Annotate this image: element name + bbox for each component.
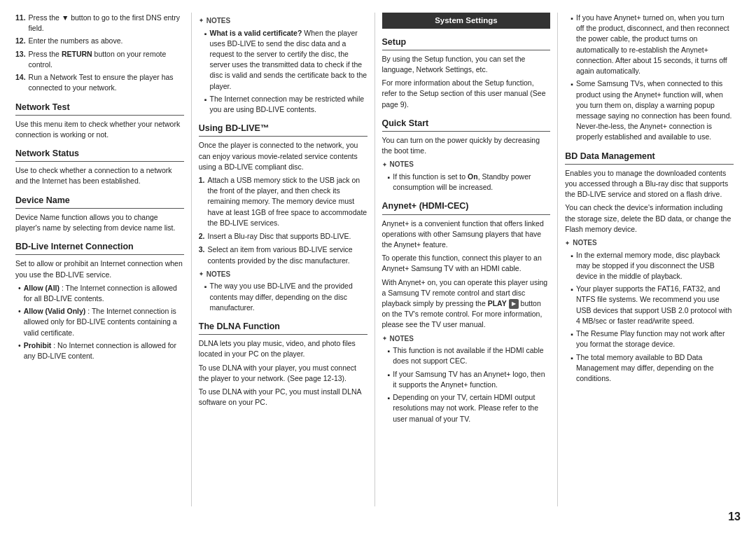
network-status-body: Use to check whether a connection to a n…: [15, 165, 184, 186]
column-2: NOTES What is a valid certificate? When …: [192, 13, 375, 506]
bd-live-bullet-2-text: Allow (Valid Only) : The Internet connec…: [24, 306, 184, 338]
anynet-note2-2: Some Samsung TVs, when connected to this…: [565, 78, 734, 142]
bd-data-note-4: The total memory available to BD Data Ma…: [565, 352, 734, 385]
steps-intro: 11. Press the ▼ button to go to the firs…: [15, 13, 184, 94]
column-3: System Settings Setup By using the Setup…: [375, 13, 559, 506]
using-bdlive-body: Once the player is connected to the netw…: [199, 140, 368, 172]
device-name-title: Device Name: [15, 194, 184, 209]
setup-body1: By using the Setup function, you can set…: [382, 54, 551, 75]
dlna-body1: DLNA lets you play music, video, and pho…: [199, 338, 368, 359]
step-13: 13. Press the RETURN button on your remo…: [15, 49, 184, 70]
step-13-text: Press the RETURN button on your remote c…: [29, 49, 184, 70]
anynet-notes2: If you have Anynet+ turned on, when you …: [565, 13, 734, 143]
quick-start-notes-label: NOTES: [382, 160, 551, 170]
dlna-body2: To use DLNA with your player, you must c…: [199, 363, 368, 384]
bdlive-step-1-text: Attach a USB memory stick to the USB jac…: [208, 175, 368, 228]
play-button-icon: ▶: [509, 299, 519, 309]
cert-notes-what-text: What is a valid certificate? When the pl…: [209, 28, 367, 92]
bd-live-bullet-3: Prohibit : No Internet connection is all…: [15, 340, 184, 361]
anynet-body3: With Anynet+ on, you can operate this pl…: [382, 277, 551, 331]
bdlive-steps: 1. Attach a USB memory stick to the USB …: [199, 175, 368, 266]
using-bdlive-title: Using BD-LIVE™: [199, 122, 368, 137]
setup-title: Setup: [382, 36, 551, 50]
bd-data-notes: NOTES In the external memory mode, disc …: [565, 238, 734, 384]
anynet-notes1: NOTES This function is not available if …: [382, 334, 551, 424]
bd-data-note-3: The Resume Play function may not work af…: [565, 328, 734, 349]
bd-data-note-4-text: The total memory available to BD Data Ma…: [576, 352, 734, 385]
bd-live-title: BD-Live Internet Connection: [15, 240, 184, 255]
anynet-note-2: If your Samsung TV has an Anynet+ logo, …: [382, 369, 551, 390]
anynet-notes1-label: NOTES: [382, 334, 551, 345]
bdlive-step-2-num: 2.: [199, 231, 205, 242]
bd-live-bullet-1: Allow (All) : The Internet connection is…: [15, 283, 184, 304]
bdlive-step-3-text: Select an item from various BD-LIVE serv…: [208, 244, 368, 265]
anynet-note-1: This function is not available if the HD…: [382, 345, 551, 366]
step-12-num: 12.: [15, 36, 26, 46]
cert-notes-restriction: The Internet connection may be restricte…: [199, 94, 368, 115]
anynet-note-3-text: Depending on your TV, certain HDMI outpu…: [393, 392, 550, 424]
network-status-title: Network Status: [15, 147, 184, 162]
anynet-note2-2-text: Some Samsung TVs, when connected to this…: [576, 78, 734, 142]
page-number: 13: [15, 511, 741, 523]
quick-start-notes: NOTES If this function is set to On, Sta…: [382, 160, 551, 193]
bdlive-step-2-text: Insert a Blu-ray Disc that supports BD-L…: [208, 231, 351, 242]
bd-data-title: BD Data Management: [565, 150, 734, 165]
bd-data-note-2: Your player supports the FAT16, FAT32, a…: [565, 284, 734, 326]
bdlive-step-1: 1. Attach a USB memory stick to the USB …: [199, 175, 368, 228]
quick-start-title: Quick Start: [382, 117, 551, 132]
bd-live-bullet-2: Allow (Valid Only) : The Internet connec…: [15, 306, 184, 338]
step-14-num: 14.: [15, 72, 26, 93]
anynet-note-2-text: If your Samsung TV has an Anynet+ logo, …: [393, 369, 550, 390]
columns: 11. Press the ▼ button to go to the firs…: [15, 13, 741, 506]
step-12-text: Enter the numbers as above.: [29, 36, 123, 46]
bd-data-note-1: In the external memory mode, disc playba…: [565, 250, 734, 282]
step-11-text: Press the ▼ button to go to the first DN…: [29, 13, 184, 34]
cert-notes: NOTES What is a valid certificate? When …: [199, 16, 368, 115]
bdlive-note-1-text: The way you use BD-LIVE and the provided…: [209, 281, 367, 313]
cert-notes-label: NOTES: [199, 16, 368, 27]
column-4: If you have Anynet+ turned on, when you …: [558, 13, 741, 506]
anynet-body2: To operate this function, connect this p…: [382, 253, 551, 274]
bdlive-step-3: 3. Select an item from various BD-LIVE s…: [199, 244, 368, 265]
anynet-note2-1: If you have Anynet+ turned on, when you …: [565, 13, 734, 76]
bd-live-bullet-1-text: Allow (All) : The Internet connection is…: [24, 283, 184, 304]
network-test-title: Network Test: [15, 101, 184, 116]
bd-data-note-3-text: The Resume Play function may not work af…: [576, 328, 734, 349]
bd-live-body: Set to allow or prohibit an Internet con…: [15, 258, 184, 279]
bd-data-note-2-text: Your player supports the FAT16, FAT32, a…: [576, 284, 734, 326]
quick-start-note-1-text: If this function is set to On, Standby p…: [393, 172, 550, 193]
anynet-note-1-text: This function is not available if the HD…: [393, 345, 550, 366]
quick-start-body: You can turn on the power quickly by dec…: [382, 135, 551, 156]
bd-data-notes-label: NOTES: [565, 238, 734, 249]
page: 11. Press the ▼ button to go to the firs…: [0, 0, 756, 533]
anynet-note2-1-text: If you have Anynet+ turned on, when you …: [576, 13, 734, 76]
bd-data-note-1-text: In the external memory mode, disc playba…: [576, 250, 734, 282]
dlna-body3: To use DLNA with your PC, you must insta…: [199, 387, 368, 408]
bd-data-body1: Enables you to manage the downloaded con…: [565, 168, 734, 200]
step-12: 12. Enter the numbers as above.: [15, 36, 184, 46]
step-14-text: Run a Network Test to ensure the player …: [29, 72, 184, 93]
cert-notes-what: What is a valid certificate? When the pl…: [199, 28, 368, 92]
step-13-num: 13.: [15, 49, 26, 70]
cert-restriction-text: The Internet connection may be restricte…: [209, 94, 367, 115]
quick-start-note-1: If this function is set to On, Standby p…: [382, 172, 551, 193]
step-11: 11. Press the ▼ button to go to the firs…: [15, 13, 184, 34]
bd-live-bullets: Allow (All) : The Internet connection is…: [15, 283, 184, 362]
network-test-body: Use this menu item to check whether your…: [15, 119, 184, 140]
dlna-title: The DLNA Function: [199, 320, 368, 335]
bdlive-note-1: The way you use BD-LIVE and the provided…: [199, 281, 368, 313]
step-14: 14. Run a Network Test to ensure the pla…: [15, 72, 184, 93]
column-1: 11. Press the ▼ button to go to the firs…: [15, 13, 192, 506]
anynet-note-3: Depending on your TV, certain HDMI outpu…: [382, 392, 551, 424]
bdlive-notes: NOTES The way you use BD-LIVE and the pr…: [199, 270, 368, 313]
bdlive-step-3-num: 3.: [199, 244, 205, 265]
step-11-num: 11.: [15, 13, 26, 34]
bdlive-notes-label: NOTES: [199, 270, 368, 280]
bd-data-body2: You can check the device's information i…: [565, 202, 734, 235]
setup-body2: For more information about the Setup fun…: [382, 78, 551, 110]
anynet-body1: Anynet+ is a convenient function that of…: [382, 219, 551, 251]
bd-live-bullet-3-text: Prohibit : No Internet connection is all…: [24, 340, 184, 361]
anynet-title: Anynet+ (HDMI-CEC): [382, 200, 551, 214]
bdlive-step-2: 2. Insert a Blu-ray Disc that supports B…: [199, 231, 368, 242]
system-settings-header: System Settings: [382, 13, 551, 29]
